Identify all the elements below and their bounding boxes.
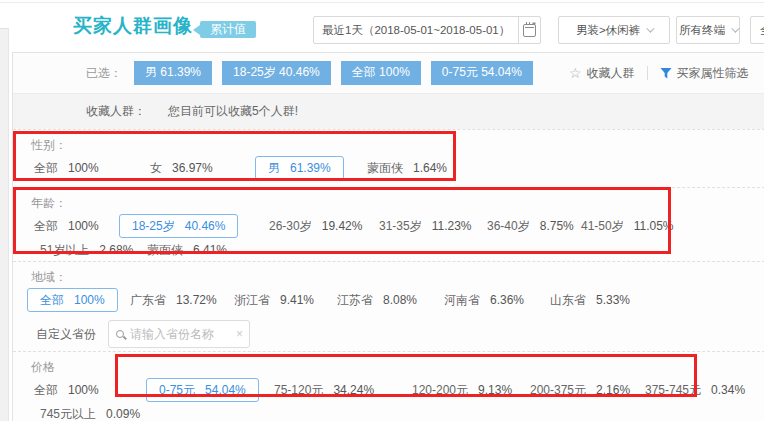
option-age-41-50[interactable]: 41-50岁11.05% bbox=[581, 214, 674, 238]
favorite-row-message: 您目前可以收藏5个人群! bbox=[168, 103, 298, 120]
section-region: 地域： 全部100% 广东省13.72% 浙江省9.41% 江苏省8.08% 河… bbox=[13, 261, 764, 351]
region-options-row: 全部100% 广东省13.72% 浙江省9.41% 江苏省8.08% 河南省6.… bbox=[31, 287, 764, 313]
option-price-745-plus[interactable]: 745元以上0.09% bbox=[40, 402, 140, 421]
page-title: 买家人群画像 bbox=[73, 13, 193, 39]
filter-panel: 已选： 男 61.39% 18-25岁 40.46% 全部 100% 0-75元… bbox=[12, 52, 764, 421]
chevron-down-icon bbox=[646, 24, 654, 32]
left-edge-strip bbox=[0, 28, 9, 421]
region-section-label: 地域： bbox=[31, 269, 764, 287]
vertical-divider bbox=[647, 66, 648, 80]
option-age-36-40[interactable]: 36-40岁8.75% bbox=[487, 214, 574, 238]
gender-section-label: 性别： bbox=[31, 137, 764, 155]
favorite-crowd-row: 收藏人群： 您目前可以收藏5个人群! bbox=[13, 93, 764, 129]
section-price: 价格 全部100% 0-75元54.04% 75-120元34.24% 120-… bbox=[13, 351, 764, 421]
province-search-input[interactable] bbox=[130, 327, 236, 341]
option-age-18-25-selected[interactable]: 18-25岁40.46% bbox=[119, 214, 238, 238]
selected-tag-region[interactable]: 全部 100% bbox=[341, 61, 421, 85]
province-search-box[interactable] bbox=[108, 320, 250, 348]
option-gender-male-selected[interactable]: 男61.39% bbox=[255, 156, 344, 180]
search-icon bbox=[116, 330, 124, 338]
selected-tag-age[interactable]: 18-25岁 40.46% bbox=[222, 61, 331, 85]
star-icon bbox=[569, 65, 582, 81]
option-age-all[interactable]: 全部100% bbox=[34, 214, 99, 238]
price-options-row-1: 全部100% 0-75元54.04% 75-120元34.24% 120-200… bbox=[31, 377, 764, 403]
option-gender-female[interactable]: 女36.97% bbox=[150, 156, 213, 180]
cumulative-value-badge: 累计值 bbox=[200, 21, 256, 38]
option-region-zhejiang[interactable]: 浙江省9.41% bbox=[234, 288, 314, 312]
gender-options-row: 全部100% 女36.97% 男61.39% 蒙面侠1.64% bbox=[31, 155, 764, 181]
option-gender-all[interactable]: 全部100% bbox=[34, 156, 99, 180]
section-gender: 性别： 全部100% 女36.97% 男61.39% 蒙面侠1.64% bbox=[13, 129, 764, 187]
price-section-label: 价格 bbox=[31, 359, 764, 377]
buyer-persona-page: 买家人群画像 累计值 最近1天（2018-05-01~2018-05-01） 男… bbox=[0, 0, 764, 421]
age-options-row-1: 全部100% 18-25岁40.46% 26-30岁19.42% 31-35岁1… bbox=[31, 213, 764, 239]
option-region-all-selected[interactable]: 全部100% bbox=[27, 288, 118, 312]
page-top-divider bbox=[0, 2, 764, 3]
calendar-icon bbox=[523, 24, 536, 37]
selected-label: 已选： bbox=[86, 65, 122, 82]
option-age-51-plus[interactable]: 51岁以上2.68% bbox=[40, 238, 133, 262]
buyer-attribute-filter-label: 买家属性筛选 bbox=[677, 65, 749, 82]
selected-tag-gender[interactable]: 男 61.39% bbox=[134, 61, 212, 85]
option-age-31-35[interactable]: 31-35岁11.23% bbox=[379, 214, 472, 238]
date-range-text: 最近1天（2018-05-01~2018-05-01） bbox=[314, 23, 518, 38]
custom-province-row: 自定义省份 bbox=[31, 319, 764, 349]
age-section-label: 年龄： bbox=[31, 195, 764, 213]
favorite-row-label: 收藏人群： bbox=[86, 103, 146, 120]
age-options-row-2: 51岁以上2.68% 蒙面侠6.41% bbox=[31, 239, 764, 261]
option-price-all[interactable]: 全部100% bbox=[34, 378, 99, 402]
option-gender-masked[interactable]: 蒙面侠1.64% bbox=[367, 156, 447, 180]
selected-filters-bar: 已选： 男 61.39% 18-25岁 40.46% 全部 100% 0-75元… bbox=[13, 53, 764, 93]
buyer-attribute-filter-button[interactable]: 买家属性筛选 bbox=[660, 65, 749, 82]
option-price-120-200[interactable]: 120-200元9.13% bbox=[412, 378, 512, 402]
option-age-26-30[interactable]: 26-30岁19.42% bbox=[269, 214, 362, 238]
category-dropdown-label: 男装>休闲裤 bbox=[576, 23, 640, 38]
category-dropdown[interactable]: 男装>休闲裤 bbox=[558, 16, 670, 44]
custom-province-label: 自定义省份 bbox=[36, 326, 108, 343]
section-age: 年龄： 全部100% 18-25岁40.46% 26-30岁19.42% 31-… bbox=[13, 187, 764, 261]
favorite-crowd-button[interactable]: 收藏人群 买家属性筛选 bbox=[569, 53, 749, 93]
terminal-dropdown[interactable]: 所有终端 bbox=[676, 16, 740, 44]
option-region-jiangsu[interactable]: 江苏省8.08% bbox=[337, 288, 417, 312]
clear-icon[interactable] bbox=[236, 327, 243, 341]
favorite-crowd-label: 收藏人群 bbox=[587, 65, 635, 82]
option-region-shandong[interactable]: 山东省5.33% bbox=[550, 288, 630, 312]
date-range-picker[interactable]: 最近1天（2018-05-01~2018-05-01） bbox=[313, 16, 541, 44]
terminal-dropdown-label: 所有终端 bbox=[679, 23, 725, 38]
option-region-henan[interactable]: 河南省6.36% bbox=[444, 288, 524, 312]
option-age-masked[interactable]: 蒙面侠6.41% bbox=[147, 238, 227, 262]
option-price-200-375[interactable]: 200-375元2.16% bbox=[530, 378, 630, 402]
option-region-guangdong[interactable]: 广东省13.72% bbox=[130, 288, 217, 312]
option-price-75-120[interactable]: 75-120元34.24% bbox=[274, 378, 374, 402]
chevron-down-icon bbox=[731, 24, 739, 32]
selected-tag-price[interactable]: 0-75元 54.04% bbox=[431, 61, 533, 85]
calendar-button[interactable] bbox=[518, 17, 540, 43]
funnel-icon bbox=[660, 67, 672, 79]
clipped-right-button[interactable]: 全 bbox=[750, 16, 764, 44]
option-price-375-745[interactable]: 375-745元0.34% bbox=[645, 378, 745, 402]
price-options-row-2: 745元以上0.09% bbox=[31, 403, 764, 421]
option-price-0-75-selected[interactable]: 0-75元54.04% bbox=[146, 378, 259, 402]
clipped-right-button-label: 全 bbox=[760, 23, 764, 38]
